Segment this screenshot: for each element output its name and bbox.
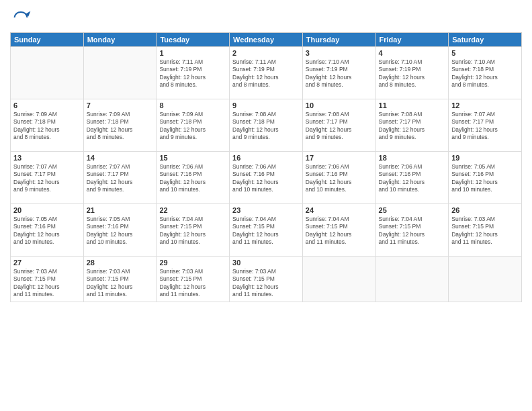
day-header-tuesday: Tuesday [157, 33, 230, 47]
day-number: 19 [451, 154, 519, 162]
day-number: 24 [306, 206, 373, 214]
calendar-cell: 18Sunrise: 7:06 AMSunset: 7:16 PMDayligh… [375, 152, 449, 204]
day-info: Sunrise: 7:04 AMSunset: 7:15 PMDaylight:… [379, 216, 446, 246]
calendar-cell: 27Sunrise: 7:03 AMSunset: 7:15 PMDayligh… [11, 257, 84, 302]
day-header-monday: Monday [83, 33, 157, 47]
calendar-cell: 20Sunrise: 7:05 AMSunset: 7:16 PMDayligh… [11, 204, 84, 257]
day-number: 25 [379, 206, 446, 214]
day-number: 28 [87, 259, 154, 267]
day-number: 12 [451, 101, 519, 109]
day-info: Sunrise: 7:09 AMSunset: 7:18 PMDaylight:… [159, 111, 226, 142]
day-number: 9 [232, 101, 300, 109]
calendar-cell: 29Sunrise: 7:03 AMSunset: 7:15 PMDayligh… [157, 257, 230, 302]
day-info: Sunrise: 7:04 AMSunset: 7:15 PMDaylight:… [159, 216, 226, 246]
day-number: 4 [379, 49, 446, 57]
calendar-cell: 14Sunrise: 7:07 AMSunset: 7:17 PMDayligh… [83, 152, 157, 204]
calendar-cell [11, 47, 84, 99]
day-number: 14 [87, 154, 154, 162]
day-info: Sunrise: 7:06 AMSunset: 7:16 PMDaylight:… [159, 163, 226, 194]
day-info: Sunrise: 7:06 AMSunset: 7:16 PMDaylight:… [379, 163, 446, 194]
calendar-cell: 1Sunrise: 7:11 AMSunset: 7:19 PMDaylight… [157, 47, 230, 99]
calendar-cell: 3Sunrise: 7:10 AMSunset: 7:19 PMDaylight… [302, 47, 375, 99]
day-number: 11 [379, 101, 446, 109]
day-number: 27 [13, 259, 81, 267]
day-info: Sunrise: 7:07 AMSunset: 7:17 PMDaylight:… [87, 163, 154, 194]
calendar-cell: 10Sunrise: 7:08 AMSunset: 7:17 PMDayligh… [302, 99, 375, 152]
logo-icon [10, 7, 32, 28]
day-info: Sunrise: 7:03 AMSunset: 7:15 PMDaylight:… [232, 268, 300, 299]
logo [10, 7, 34, 28]
day-header-saturday: Saturday [449, 33, 522, 47]
day-number: 16 [232, 154, 300, 162]
day-info: Sunrise: 7:05 AMSunset: 7:16 PMDaylight:… [451, 163, 519, 194]
calendar-cell: 25Sunrise: 7:04 AMSunset: 7:15 PMDayligh… [375, 204, 449, 257]
page: SundayMondayTuesdayWednesdayThursdayFrid… [0, 0, 532, 411]
day-info: Sunrise: 7:05 AMSunset: 7:16 PMDaylight:… [13, 216, 81, 246]
day-number: 23 [232, 206, 300, 214]
calendar-cell [375, 257, 449, 302]
calendar-cell: 5Sunrise: 7:10 AMSunset: 7:18 PMDaylight… [449, 47, 522, 99]
day-info: Sunrise: 7:08 AMSunset: 7:18 PMDaylight:… [232, 111, 300, 142]
day-number: 17 [306, 154, 373, 162]
calendar-cell [83, 47, 157, 99]
calendar-cell: 11Sunrise: 7:08 AMSunset: 7:17 PMDayligh… [375, 99, 449, 152]
day-header-wednesday: Wednesday [230, 33, 303, 47]
week-row: 1Sunrise: 7:11 AMSunset: 7:19 PMDaylight… [11, 47, 522, 99]
day-info: Sunrise: 7:04 AMSunset: 7:15 PMDaylight:… [306, 216, 373, 246]
day-info: Sunrise: 7:04 AMSunset: 7:15 PMDaylight:… [232, 216, 300, 246]
day-header-sunday: Sunday [11, 33, 84, 47]
day-number: 2 [232, 49, 300, 57]
day-info: Sunrise: 7:09 AMSunset: 7:18 PMDaylight:… [13, 111, 81, 142]
day-number: 10 [306, 101, 373, 109]
calendar-cell: 13Sunrise: 7:07 AMSunset: 7:17 PMDayligh… [11, 152, 84, 204]
calendar-cell: 6Sunrise: 7:09 AMSunset: 7:18 PMDaylight… [11, 99, 84, 152]
week-row: 13Sunrise: 7:07 AMSunset: 7:17 PMDayligh… [11, 152, 522, 204]
calendar-cell: 21Sunrise: 7:05 AMSunset: 7:16 PMDayligh… [83, 204, 157, 257]
day-info: Sunrise: 7:11 AMSunset: 7:19 PMDaylight:… [232, 58, 300, 89]
calendar-cell: 8Sunrise: 7:09 AMSunset: 7:18 PMDaylight… [157, 99, 230, 152]
day-number: 18 [379, 154, 446, 162]
calendar-cell: 28Sunrise: 7:03 AMSunset: 7:15 PMDayligh… [83, 257, 157, 302]
day-info: Sunrise: 7:07 AMSunset: 7:17 PMDaylight:… [451, 111, 519, 142]
day-info: Sunrise: 7:03 AMSunset: 7:15 PMDaylight:… [87, 268, 154, 299]
calendar-cell [449, 257, 522, 302]
day-info: Sunrise: 7:10 AMSunset: 7:18 PMDaylight:… [451, 58, 519, 89]
week-row: 20Sunrise: 7:05 AMSunset: 7:16 PMDayligh… [11, 204, 522, 257]
calendar-cell: 26Sunrise: 7:03 AMSunset: 7:15 PMDayligh… [449, 204, 522, 257]
day-number: 30 [232, 259, 300, 267]
day-info: Sunrise: 7:10 AMSunset: 7:19 PMDaylight:… [379, 58, 446, 89]
calendar-cell [302, 257, 375, 302]
calendar-cell: 4Sunrise: 7:10 AMSunset: 7:19 PMDaylight… [375, 47, 449, 99]
day-info: Sunrise: 7:10 AMSunset: 7:19 PMDaylight:… [306, 58, 373, 89]
calendar-cell: 19Sunrise: 7:05 AMSunset: 7:16 PMDayligh… [449, 152, 522, 204]
day-number: 15 [159, 154, 226, 162]
day-info: Sunrise: 7:09 AMSunset: 7:18 PMDaylight:… [87, 111, 154, 142]
day-number: 8 [159, 101, 226, 109]
day-number: 13 [13, 154, 81, 162]
day-info: Sunrise: 7:11 AMSunset: 7:19 PMDaylight:… [159, 58, 226, 89]
day-info: Sunrise: 7:05 AMSunset: 7:16 PMDaylight:… [87, 216, 154, 246]
day-number: 3 [306, 49, 373, 57]
svg-rect-0 [11, 8, 31, 28]
day-number: 20 [13, 206, 81, 214]
day-number: 26 [451, 206, 519, 214]
day-info: Sunrise: 7:03 AMSunset: 7:15 PMDaylight:… [451, 216, 519, 246]
calendar-cell: 24Sunrise: 7:04 AMSunset: 7:15 PMDayligh… [302, 204, 375, 257]
day-info: Sunrise: 7:08 AMSunset: 7:17 PMDaylight:… [306, 111, 373, 142]
day-info: Sunrise: 7:03 AMSunset: 7:15 PMDaylight:… [159, 268, 226, 299]
calendar-cell: 17Sunrise: 7:06 AMSunset: 7:16 PMDayligh… [302, 152, 375, 204]
week-row: 6Sunrise: 7:09 AMSunset: 7:18 PMDaylight… [11, 99, 522, 152]
day-info: Sunrise: 7:08 AMSunset: 7:17 PMDaylight:… [379, 111, 446, 142]
calendar-cell: 9Sunrise: 7:08 AMSunset: 7:18 PMDaylight… [230, 99, 303, 152]
week-row: 27Sunrise: 7:03 AMSunset: 7:15 PMDayligh… [11, 257, 522, 302]
header [10, 7, 522, 28]
calendar-header: SundayMondayTuesdayWednesdayThursdayFrid… [11, 33, 522, 47]
calendar-cell: 15Sunrise: 7:06 AMSunset: 7:16 PMDayligh… [157, 152, 230, 204]
calendar-cell: 7Sunrise: 7:09 AMSunset: 7:18 PMDaylight… [83, 99, 157, 152]
header-row: SundayMondayTuesdayWednesdayThursdayFrid… [11, 33, 522, 47]
calendar-cell: 23Sunrise: 7:04 AMSunset: 7:15 PMDayligh… [230, 204, 303, 257]
day-info: Sunrise: 7:06 AMSunset: 7:16 PMDaylight:… [306, 163, 373, 194]
calendar: SundayMondayTuesdayWednesdayThursdayFrid… [10, 32, 522, 302]
day-header-friday: Friday [375, 33, 449, 47]
day-number: 21 [87, 206, 154, 214]
